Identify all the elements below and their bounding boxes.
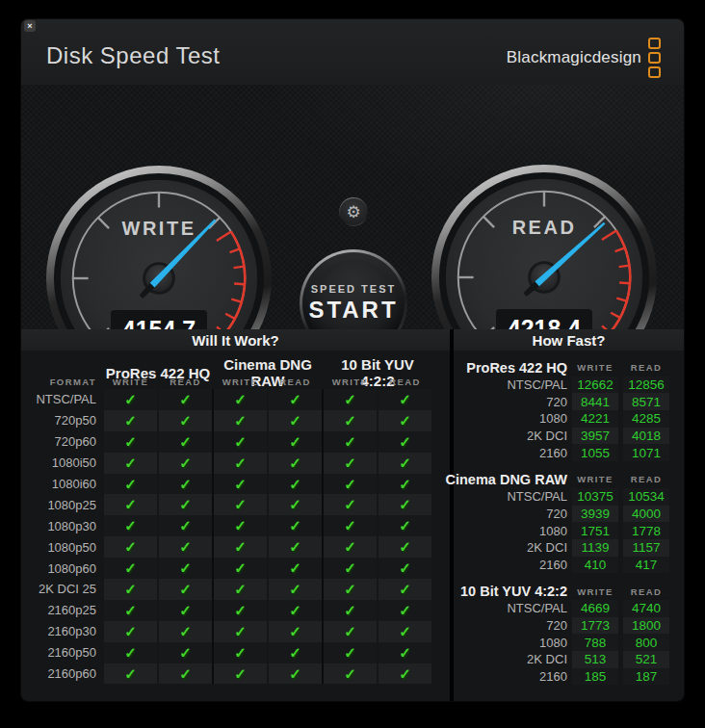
check-cell: ✓ bbox=[214, 494, 267, 515]
check-icon: ✓ bbox=[124, 644, 137, 662]
check-icon: ✓ bbox=[234, 412, 247, 429]
format-label: 1080i60 bbox=[21, 474, 102, 495]
check-icon: ✓ bbox=[124, 665, 137, 683]
check-icon: ✓ bbox=[124, 476, 137, 493]
write-column-header: WRITE bbox=[572, 471, 618, 488]
check-icon: ✓ bbox=[399, 644, 411, 662]
check-icon: ✓ bbox=[289, 665, 301, 683]
check-cell: ✓ bbox=[104, 453, 157, 474]
check-cell: ✓ bbox=[269, 474, 322, 495]
format-label: NTSC/PAL bbox=[454, 377, 567, 394]
check-icon: ✓ bbox=[124, 517, 137, 534]
read-speed-value: 187 bbox=[623, 668, 669, 686]
table-row: 2160185187 bbox=[454, 668, 684, 686]
check-icon: ✓ bbox=[289, 455, 301, 472]
write-speed-value: 1055 bbox=[572, 444, 618, 461]
read-column-header: READ bbox=[623, 471, 669, 488]
read-speed-value: 4285 bbox=[623, 410, 669, 428]
will-it-work-panel: Will It Work? ProRes 422 HQCinema DNG RA… bbox=[21, 329, 450, 701]
check-cell: ✓ bbox=[269, 494, 322, 515]
read-speed-value: 800 bbox=[623, 634, 669, 651]
check-cell: ✓ bbox=[214, 536, 267, 558]
check-cell: ✓ bbox=[214, 600, 267, 621]
check-icon: ✓ bbox=[124, 581, 137, 598]
table-row: NTSC/PAL1037510534 bbox=[454, 488, 684, 506]
write-speed-value: 410 bbox=[572, 557, 618, 574]
read-speed-value: 1800 bbox=[623, 617, 669, 635]
check-cell: ✓ bbox=[269, 579, 322, 600]
check-icon: ✓ bbox=[344, 412, 356, 429]
check-icon: ✓ bbox=[179, 412, 192, 429]
format-label: 1080 bbox=[454, 522, 567, 539]
check-cell: ✓ bbox=[324, 453, 377, 474]
check-icon: ✓ bbox=[344, 496, 356, 513]
format-label: 2160p25 bbox=[21, 600, 102, 621]
check-cell: ✓ bbox=[214, 474, 267, 495]
check-cell: ✓ bbox=[104, 600, 157, 621]
check-icon: ✓ bbox=[234, 433, 247, 451]
read-speed-value: 4000 bbox=[623, 506, 669, 523]
brand-text: Blackmagicdesign bbox=[507, 48, 641, 67]
write-column-header: WRITE bbox=[572, 583, 618, 600]
check-cell: ✓ bbox=[104, 579, 157, 600]
check-cell: ✓ bbox=[379, 621, 431, 642]
check-cell: ✓ bbox=[104, 621, 157, 642]
table-row: 2160410417 bbox=[454, 557, 684, 574]
table-row: 108042214285 bbox=[454, 410, 684, 428]
check-icon: ✓ bbox=[399, 559, 411, 577]
check-icon: ✓ bbox=[399, 623, 411, 640]
write-read-subheader: READ bbox=[379, 377, 431, 387]
will-it-work-header: Will It Work? bbox=[21, 329, 450, 351]
check-cell: ✓ bbox=[214, 453, 267, 474]
check-icon: ✓ bbox=[399, 433, 411, 451]
check-cell: ✓ bbox=[324, 558, 377, 579]
check-icon: ✓ bbox=[234, 538, 247, 556]
table-row: 1080p60✓✓✓✓✓✓ bbox=[21, 558, 450, 579]
write-label: WRITE bbox=[44, 218, 274, 240]
table-row: 1080i50✓✓✓✓✓✓ bbox=[21, 453, 450, 474]
write-speed-value: 513 bbox=[572, 651, 618, 668]
check-icon: ✓ bbox=[124, 538, 137, 556]
write-column-header: WRITE bbox=[572, 359, 618, 377]
check-icon: ✓ bbox=[289, 644, 301, 662]
check-cell: ✓ bbox=[159, 389, 212, 410]
format-label: NTSC/PAL bbox=[454, 488, 567, 506]
titlebar: × Disk Speed Test Blackmagicdesign bbox=[21, 19, 684, 85]
format-label: 720 bbox=[454, 506, 567, 523]
format-label: 720p50 bbox=[21, 410, 102, 431]
table-row: 108017511778 bbox=[454, 522, 684, 539]
close-button[interactable]: × bbox=[24, 20, 36, 32]
check-cell: ✓ bbox=[214, 431, 267, 453]
check-cell: ✓ bbox=[159, 558, 212, 579]
will-it-work-group-headers: ProRes 422 HQCinema DNG RAW10 Bit YUV 4:… bbox=[21, 356, 450, 374]
check-icon: ✓ bbox=[399, 581, 411, 598]
check-cell: ✓ bbox=[379, 474, 431, 495]
check-icon: ✓ bbox=[124, 559, 137, 577]
check-cell: ✓ bbox=[379, 410, 431, 431]
check-cell: ✓ bbox=[104, 663, 157, 685]
read-column-header: READ bbox=[623, 583, 669, 600]
check-icon: ✓ bbox=[289, 412, 301, 429]
check-cell: ✓ bbox=[159, 579, 212, 600]
read-speed-value: 417 bbox=[623, 557, 669, 574]
check-icon: ✓ bbox=[234, 559, 247, 577]
results-zone: Will It Work? ProRes 422 HQCinema DNG RA… bbox=[21, 329, 684, 701]
how-fast-section-header: 10 Bit YUV 4:2:2WRITEREAD bbox=[454, 583, 684, 600]
check-cell: ✓ bbox=[269, 453, 322, 474]
check-cell: ✓ bbox=[214, 410, 267, 431]
format-label: NTSC/PAL bbox=[454, 600, 567, 617]
read-column-header: READ bbox=[623, 359, 669, 377]
check-icon: ✓ bbox=[124, 391, 137, 408]
how-fast-sections: ProRes 422 HQWRITEREADNTSC/PAL1266212856… bbox=[454, 351, 684, 685]
check-icon: ✓ bbox=[234, 602, 247, 619]
check-cell: ✓ bbox=[269, 663, 322, 685]
start-button-label: START bbox=[308, 297, 398, 324]
check-cell: ✓ bbox=[104, 431, 157, 453]
codec-group-header: 10 Bit YUV 4:2:2 bbox=[454, 583, 567, 600]
check-icon: ✓ bbox=[234, 581, 247, 598]
settings-button[interactable]: ⚙ bbox=[339, 197, 368, 226]
check-icon: ✓ bbox=[179, 517, 192, 534]
check-cell: ✓ bbox=[214, 621, 267, 642]
format-label: 1080i50 bbox=[21, 453, 102, 474]
check-cell: ✓ bbox=[104, 474, 157, 495]
